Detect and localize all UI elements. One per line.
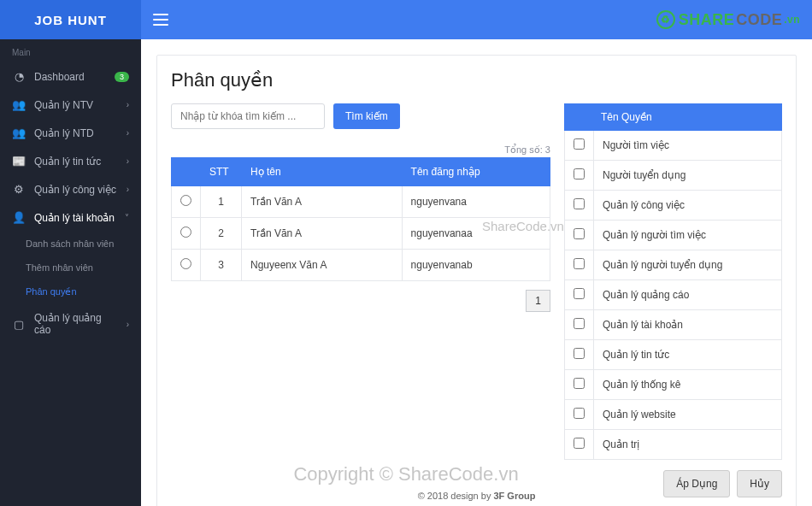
perm-name: Quản lý quảng cáo <box>594 280 782 310</box>
table-row: 3Nguyeenx Văn Anguyenvanab <box>172 250 550 281</box>
sidebar-item-label: Quản lý tài khoản <box>34 212 116 224</box>
table-row: Quản lý thống kê <box>565 370 782 400</box>
perm-name: Quản lý tin tức <box>594 340 782 370</box>
sidebar-item-1[interactable]: 👥Quản lý NTV› <box>0 91 141 119</box>
account-icon: 👤 <box>12 211 26 224</box>
chevron-icon: › <box>127 185 129 194</box>
user-username: nguyenvanab <box>402 250 550 281</box>
chevron-icon: › <box>127 128 129 138</box>
gears-icon: ⚙ <box>12 183 26 196</box>
user-select-radio[interactable] <box>180 227 191 238</box>
recycle-icon: ♻ <box>656 10 675 29</box>
perm-checkbox[interactable] <box>574 198 585 209</box>
perm-checkbox[interactable] <box>574 288 585 299</box>
perm-checkbox[interactable] <box>574 408 585 419</box>
search-input[interactable] <box>171 103 325 129</box>
footer: © 2018 design by 3F Group <box>141 485 812 506</box>
brand-title: JOB HUNT <box>0 0 141 39</box>
user-username: nguyenvana <box>402 186 550 218</box>
user-select-radio[interactable] <box>180 195 191 206</box>
perm-checkbox[interactable] <box>574 258 585 269</box>
total-count: Tổng số: 3 <box>171 144 550 156</box>
perm-name: Quản lý người tìm việc <box>594 221 782 250</box>
sidebar-subitem-5-0[interactable]: Danh sách nhân viên <box>0 232 141 256</box>
table-row: 1Trần Văn Anguyenvana <box>172 186 550 218</box>
user-stt: 2 <box>201 218 242 250</box>
user-header-3: Tên đăng nhập <box>402 158 550 186</box>
sharecode-logo: ♻ SHARECODE.vn <box>656 10 800 29</box>
search-button[interactable]: Tìm kiếm <box>333 103 400 129</box>
perm-header-1: Tên Quyền <box>594 104 782 131</box>
table-row: Người tuyển dụng <box>565 161 782 191</box>
sidebar-item-label: Quản lý công việc <box>34 184 118 196</box>
sidebar-item-5[interactable]: 👤Quản lý tài khoản˅ <box>0 203 141 232</box>
perm-checkbox[interactable] <box>574 438 585 449</box>
user-header-2: Họ tên <box>242 158 403 186</box>
perm-checkbox[interactable] <box>574 168 585 179</box>
table-row: Người tìm việc <box>565 131 782 161</box>
user-table: STTHọ tênTên đăng nhập 1Trần Văn Anguyen… <box>171 157 550 281</box>
page-number[interactable]: 1 <box>526 290 550 312</box>
right-column: Tên Quyền Người tìm việcNgười tuyển dụng… <box>564 103 782 497</box>
user-name: Trần Văn A <box>242 186 403 218</box>
chevron-icon: ˅ <box>125 213 129 222</box>
sidebar-subitem-5-1[interactable]: Thêm nhân viên <box>0 256 141 279</box>
perm-checkbox[interactable] <box>574 138 585 150</box>
perm-name: Quản lý người tuyển dụng <box>594 250 782 280</box>
table-row: Quản lý quảng cáo <box>565 280 782 310</box>
perm-checkbox[interactable] <box>574 228 585 239</box>
perm-name: Người tuyển dụng <box>594 161 782 191</box>
sidebar-item-label: Quản lý NTV <box>34 99 118 111</box>
user-name: Nguyeenx Văn A <box>242 250 403 281</box>
chevron-icon: › <box>127 156 129 166</box>
sidebar-item-3[interactable]: 📰Quản lý tin tức› <box>0 147 141 175</box>
user-select-radio[interactable] <box>180 258 191 269</box>
sidebar-item-6[interactable]: ▢Quản lý quảng cáo› <box>0 304 141 344</box>
table-row: Quản lý người tuyển dụng <box>565 250 782 280</box>
sidebar: Main ◔Dashboard3👥Quản lý NTV›👥Quản lý NT… <box>0 39 141 506</box>
user-name: Trần Văn A <box>242 218 403 250</box>
table-row: Quản lý công việc <box>565 191 782 221</box>
sidebar-item-label: Dashboard <box>34 71 106 83</box>
sidebar-badge: 3 <box>115 72 129 82</box>
perm-name: Quản trị <box>594 430 782 460</box>
perm-checkbox[interactable] <box>574 378 585 389</box>
user-header-1: STT <box>201 158 242 186</box>
sidebar-item-label: Quản lý tin tức <box>34 156 118 168</box>
left-column: Tìm kiếm Tổng số: 3 STTHọ tênTên đăng nh… <box>171 103 550 312</box>
search-row: Tìm kiếm <box>171 103 550 129</box>
sidebar-item-4[interactable]: ⚙Quản lý công việc› <box>0 175 141 203</box>
table-row: Quản lý người tìm việc <box>565 221 782 250</box>
user-username: nguyenvanaa <box>402 218 550 250</box>
menu-toggle-icon[interactable] <box>153 14 168 26</box>
sidebar-section-label: Main <box>0 39 141 62</box>
table-row: Quản trị <box>565 430 782 460</box>
user-header-0 <box>172 158 201 186</box>
table-row: Quản lý tin tức <box>565 340 782 370</box>
chevron-icon: › <box>127 320 129 329</box>
sidebar-item-label: Quản lý NTD <box>34 127 118 139</box>
perm-name: Quản lý công việc <box>594 191 782 221</box>
sidebar-item-0[interactable]: ◔Dashboard3 <box>0 62 141 91</box>
perm-name: Quản lý website <box>594 400 782 430</box>
perm-name: Quản lý tài khoản <box>594 310 782 340</box>
sidebar-item-2[interactable]: 👥Quản lý NTD› <box>0 119 141 147</box>
page-title: Phân quyền <box>171 69 782 91</box>
topbar: JOB HUNT ♻ SHARECODE.vn <box>0 0 812 39</box>
user-stt: 1 <box>201 186 242 218</box>
main-card: Phân quyền Tìm kiếm Tổng số: 3 STTHọ tên… <box>156 55 797 506</box>
perm-name: Người tìm việc <box>594 131 782 161</box>
sidebar-item-label: Quản lý quảng cáo <box>34 312 118 336</box>
user-stt: 3 <box>201 250 242 281</box>
sidebar-subitem-5-2[interactable]: Phân quyền <box>0 279 141 304</box>
topbar-main: ♻ SHARECODE.vn <box>141 0 812 39</box>
table-row: 2Trần Văn Anguyenvanaa <box>172 218 550 250</box>
users-icon: 👥 <box>12 98 26 111</box>
perm-checkbox[interactable] <box>574 348 585 359</box>
perm-checkbox[interactable] <box>574 318 585 329</box>
layout: Main ◔Dashboard3👥Quản lý NTV›👥Quản lý NT… <box>0 39 812 506</box>
content-area: Phân quyền Tìm kiếm Tổng số: 3 STTHọ tên… <box>141 39 812 506</box>
dashboard-icon: ◔ <box>12 70 26 83</box>
table-row: Quản lý website <box>565 400 782 430</box>
table-row: Quản lý tài khoản <box>565 310 782 340</box>
